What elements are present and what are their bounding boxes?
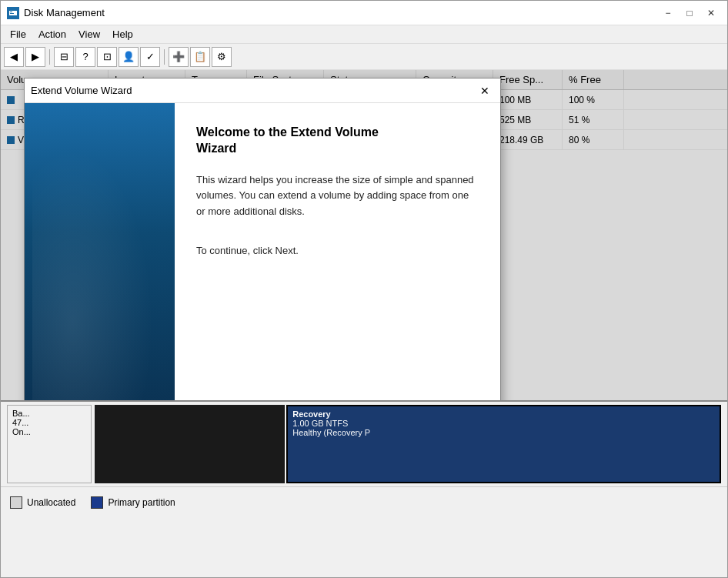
disk-label-detail2: On... <box>12 427 86 436</box>
main-area: Volume Layout Type File System Status Ca… <box>1 70 727 400</box>
partition-fs: 1.00 GB NTFS <box>292 419 715 428</box>
window-controls: − □ ✕ <box>658 5 721 21</box>
toolbar-clip[interactable]: 📋 <box>190 47 210 67</box>
legend-primary: Primary partition <box>91 496 175 509</box>
wizard-close-button[interactable]: ✕ <box>476 82 494 100</box>
toolbar-check[interactable]: ✓ <box>140 47 160 67</box>
wizard-overlay: Extend Volume Wizard ✕ Welcome to the Ex… <box>1 70 727 400</box>
disk-label: Ba... 47... On... <box>7 405 92 483</box>
disk-label-detail1: 47... <box>12 418 86 427</box>
main-window: Disk Management − □ ✕ File Action View H… <box>0 0 728 578</box>
legend-unallocated: Unallocated <box>10 496 75 509</box>
wizard-instruction: To continue, click Next. <box>196 245 479 256</box>
legend-area: Unallocated Primary partition <box>1 486 727 517</box>
svg-rect-2 <box>10 12 12 12</box>
app-icon <box>7 7 19 19</box>
legend-primary-box <box>91 496 103 509</box>
wizard-heading: Welcome to the Extend VolumeWizard <box>196 125 479 157</box>
minimize-button[interactable]: − <box>658 5 678 21</box>
toolbar-disk[interactable]: ⊟ <box>54 47 74 67</box>
wizard-body: Welcome to the Extend VolumeWizard This … <box>25 103 500 400</box>
toolbar-back[interactable]: ◀ <box>4 47 24 67</box>
menu-action[interactable]: Action <box>32 27 72 42</box>
toolbar-settings[interactable]: ⚙ <box>212 47 232 67</box>
disk-map-row: Ba... 47... On... Recovery 1.00 GB NTFS … <box>1 402 727 486</box>
legend-unallocated-box <box>10 496 22 509</box>
maximize-button[interactable]: □ <box>680 5 700 21</box>
disk-map-area: Ba... 47... On... Recovery 1.00 GB NTFS … <box>1 400 727 577</box>
partition-recovery[interactable]: Recovery 1.00 GB NTFS Healthy (Recovery … <box>286 405 721 483</box>
toolbar-help[interactable]: ? <box>75 47 95 67</box>
menu-file[interactable]: File <box>4 27 32 42</box>
partition-unallocated[interactable] <box>95 405 285 483</box>
window-title: Disk Management <box>24 7 658 18</box>
wizard-sidebar <box>25 103 175 400</box>
toolbar-sep-1 <box>49 49 50 65</box>
menu-bar: File Action View Help <box>1 25 727 44</box>
legend-primary-label: Primary partition <box>108 497 175 508</box>
wizard-dialog: Extend Volume Wizard ✕ Welcome to the Ex… <box>24 78 501 400</box>
toolbar-user[interactable]: 👤 <box>119 47 139 67</box>
partition-name: Recovery <box>292 409 715 419</box>
disk-partitions: Recovery 1.00 GB NTFS Healthy (Recovery … <box>95 405 721 483</box>
svg-rect-3 <box>10 13 14 14</box>
wizard-title: Extend Volume Wizard <box>31 85 476 96</box>
wizard-content: Welcome to the Extend VolumeWizard This … <box>175 103 500 400</box>
toolbar-add[interactable]: ➕ <box>169 47 189 67</box>
legend-unallocated-label: Unallocated <box>27 497 75 508</box>
menu-view[interactable]: View <box>72 27 106 42</box>
toolbar-sep-2 <box>164 49 165 65</box>
wizard-description: This wizard helps you increase the size … <box>196 172 479 220</box>
menu-help[interactable]: Help <box>106 27 139 42</box>
disk-label-name: Ba... <box>12 409 86 418</box>
toolbar-props[interactable]: ⊡ <box>97 47 117 67</box>
wizard-title-bar: Extend Volume Wizard ✕ <box>25 79 500 103</box>
close-button[interactable]: ✕ <box>701 5 721 21</box>
toolbar-forward[interactable]: ▶ <box>25 47 45 67</box>
title-bar: Disk Management − □ ✕ <box>1 1 727 25</box>
wizard-sidebar-gradient <box>32 119 167 400</box>
toolbar: ◀ ▶ ⊟ ? ⊡ 👤 ✓ ➕ 📋 ⚙ <box>1 44 727 70</box>
partition-status: Healthy (Recovery P <box>292 428 715 437</box>
